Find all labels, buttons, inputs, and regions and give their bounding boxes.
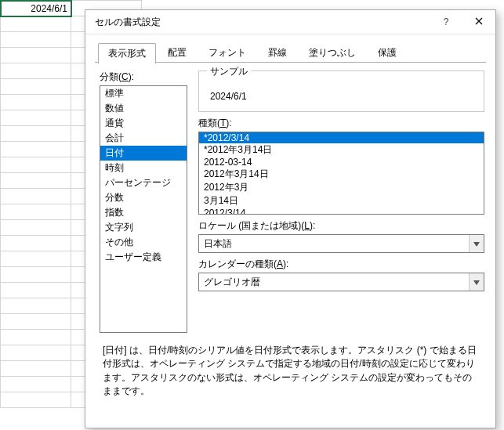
cell[interactable] <box>1 95 71 110</box>
dialog-title: セルの書式設定 <box>95 16 430 29</box>
locale-value: 日本語 <box>199 235 469 252</box>
tab-number-format[interactable]: 表示形式 <box>98 43 156 63</box>
cell[interactable] <box>1 314 71 330</box>
tab-fill[interactable]: 塗りつぶし <box>299 42 366 63</box>
type-label: 種類(T): <box>198 117 484 130</box>
cell[interactable] <box>1 32 71 48</box>
chevron-down-icon <box>473 238 480 249</box>
dialog-titlebar: セルの書式設定 ? <box>85 10 495 34</box>
cell[interactable] <box>1 189 71 204</box>
cell[interactable] <box>1 79 71 95</box>
category-item-special[interactable]: その他 <box>100 235 187 250</box>
category-item-percentage[interactable]: パーセンテージ <box>100 175 187 190</box>
cell[interactable] <box>1 392 71 408</box>
cell[interactable] <box>1 236 71 251</box>
cell[interactable] <box>1 377 71 392</box>
category-label: 分類(C): <box>100 70 187 84</box>
close-icon <box>475 16 483 27</box>
cell[interactable] <box>1 126 71 142</box>
type-list[interactable]: *2012/3/14 *2012年3月14日 2012-03-14 2012年3… <box>198 132 484 215</box>
calendar-label: カレンダーの種類(A): <box>198 258 484 271</box>
tab-border[interactable]: 罫線 <box>258 42 297 63</box>
type-item[interactable]: *2012年3月14日 <box>199 143 484 157</box>
cell[interactable] <box>1 251 71 267</box>
type-item[interactable]: 3月14日 <box>199 194 484 208</box>
cell[interactable] <box>1 220 71 236</box>
type-item[interactable]: 2012-03-14 <box>199 157 484 168</box>
category-item-general[interactable]: 標準 <box>100 86 187 101</box>
cell[interactable] <box>1 48 71 63</box>
help-icon: ? <box>444 16 449 27</box>
dialog-tabs: 表示形式 配置 フォント 罫線 塗りつぶし 保護 <box>85 34 495 63</box>
type-item[interactable]: 2012年3月14日 <box>199 168 484 181</box>
close-button[interactable] <box>462 10 495 34</box>
locale-dropdown-button[interactable] <box>469 235 484 252</box>
type-item[interactable]: 2012/3/14 <box>199 208 484 215</box>
cell[interactable] <box>1 142 71 157</box>
locale-combo[interactable]: 日本語 <box>198 234 484 253</box>
calendar-combo[interactable]: グレゴリオ暦 <box>198 273 484 291</box>
calendar-value: グレゴリオ暦 <box>199 273 469 291</box>
tab-font[interactable]: フォント <box>198 42 256 63</box>
category-item-date[interactable]: 日付 <box>100 146 187 161</box>
cell[interactable] <box>1 267 71 283</box>
category-item-currency[interactable]: 通貨 <box>100 116 187 131</box>
sample-value: 2024/6/1 <box>207 89 476 103</box>
cell[interactable] <box>1 330 71 345</box>
type-item[interactable]: 2012年3月 <box>199 181 484 194</box>
calendar-dropdown-button[interactable] <box>469 273 484 291</box>
format-description: [日付] は、日付/時刻のシリアル値を日付形式で表示します。アスタリスク (*)… <box>100 336 484 399</box>
category-item-accounting[interactable]: 会計 <box>100 131 187 146</box>
category-item-custom[interactable]: ユーザー定義 <box>100 250 187 265</box>
category-item-number[interactable]: 数値 <box>100 101 187 116</box>
category-list[interactable]: 標準 数値 通貨 会計 日付 時刻 パーセンテージ 分数 指数 文字列 その他 … <box>100 85 187 333</box>
help-button[interactable]: ? <box>430 10 462 34</box>
cell[interactable] <box>1 361 71 377</box>
category-item-fraction[interactable]: 分数 <box>100 190 187 205</box>
cell[interactable] <box>1 283 71 298</box>
sample-label: サンプル <box>207 65 251 78</box>
category-item-text[interactable]: 文字列 <box>100 220 187 235</box>
chevron-down-icon <box>473 276 480 287</box>
cell[interactable] <box>1 157 71 173</box>
cell[interactable] <box>1 345 71 361</box>
format-cells-dialog: セルの書式設定 ? 表示形式 配置 フォント 罫線 塗りつぶし 保護 <box>85 9 496 428</box>
cell-a1[interactable]: 2024/6/1 <box>1 1 71 16</box>
tab-protection[interactable]: 保護 <box>368 42 407 63</box>
cell[interactable] <box>1 173 71 189</box>
cell[interactable] <box>1 204 71 220</box>
category-item-scientific[interactable]: 指数 <box>100 205 187 220</box>
tab-alignment[interactable]: 配置 <box>158 42 197 63</box>
cell[interactable] <box>1 63 71 79</box>
cell[interactable] <box>1 110 71 126</box>
type-item[interactable]: *2012/3/14 <box>199 132 484 143</box>
cell[interactable] <box>1 16 71 32</box>
category-item-time[interactable]: 時刻 <box>100 161 187 175</box>
cell[interactable] <box>1 298 71 314</box>
sample-group: サンプル 2024/6/1 <box>198 70 484 112</box>
locale-label: ロケール (国または地域)(L): <box>198 219 484 233</box>
